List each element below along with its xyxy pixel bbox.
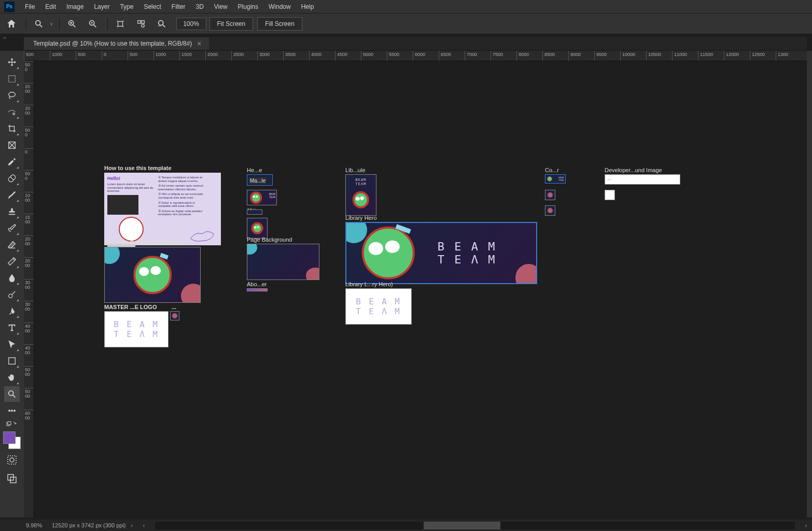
path-select-tool-icon[interactable] [4,337,20,352]
menu-select[interactable]: Select [138,0,166,13]
svg-line-12 [117,26,118,27]
artboard-co-2[interactable] [545,190,555,200]
artboard-label-co[interactable]: Co...r [545,167,559,173]
horizontal-scrollbar[interactable] [155,522,794,529]
menu-filter[interactable]: Filter [166,0,191,13]
artboard-lib-logo[interactable]: B E A M T E Λ M [345,288,412,325]
scroll-left-icon[interactable]: ‹ [138,523,150,528]
artboard-library-hero[interactable]: B E A M T E Λ M [345,222,537,284]
menu-type[interactable]: Type [115,0,138,13]
horizontal-ruler[interactable]: 5001000500050010001500200025003000350040… [24,51,807,61]
artboard-v[interactable] [247,209,262,215]
menu-help[interactable]: Help [296,0,319,13]
move-tool-icon[interactable] [4,54,20,70]
screen-mode-icon[interactable] [4,471,20,486]
selection-tool-icon[interactable] [4,104,20,120]
menu-file[interactable]: File [20,0,40,13]
artboard-co-1[interactable]: BEAMTEΛM [545,174,566,184]
brush-tool-icon[interactable] [4,187,20,203]
history-brush-tool-icon[interactable] [4,220,20,236]
right-panel-collapsed[interactable] [807,51,812,518]
blur-tool-icon[interactable] [4,270,20,286]
artboard-label-page-bg[interactable]: Page Background [247,236,292,243]
menu-view[interactable]: View [209,0,233,13]
status-chevron-icon[interactable]: › [126,523,138,528]
zoom-all-icon[interactable] [132,15,150,33]
scrollbar-thumb[interactable] [424,522,500,529]
fill-screen-button[interactable]: Fill Screen [257,17,302,31]
color-swatches[interactable] [3,431,21,449]
menu-bar: Ps File Edit Image Layer Type Select Fil… [0,0,812,13]
artboard-dev-2[interactable] [605,190,615,200]
artboard-co-3[interactable] [545,205,555,216]
panel-collapse-icon[interactable]: ›› [3,35,6,40]
artboard-small-capsule[interactable]: BEAMTEΛM [247,190,277,205]
home-icon[interactable] [2,15,21,33]
type-tool-icon[interactable] [4,320,20,336]
artboard-label-about[interactable]: Abo...er [247,281,267,287]
menu-layer[interactable]: Layer [89,0,115,13]
svg-rect-19 [9,76,16,82]
menu-edit[interactable]: Edit [40,0,61,13]
artboard-label-lib-hero[interactable]: Library Hero [345,215,377,221]
artboard-dev-bg[interactable]: ... [605,174,680,185]
artboard-label-dev[interactable]: Developer...und Image [605,167,662,173]
zoom-tool-icon[interactable] [30,15,48,33]
dodge-tool-icon[interactable] [4,287,20,302]
foreground-color-swatch[interactable] [3,431,16,444]
pen-tool-icon[interactable] [4,303,20,319]
artboard-master-icon[interactable] [170,311,179,320]
menu-image[interactable]: Image [61,0,89,13]
close-tab-icon[interactable]: × [197,37,201,50]
vertical-ruler[interactable]: 5002000200050005001000150020002000300030… [24,61,34,518]
artboard-label-lib[interactable]: Lib...ule [345,167,366,173]
crop-tool-icon[interactable] [4,121,20,136]
more-tools-icon[interactable]: ••• [4,403,20,418]
menu-3d[interactable]: 3D [190,0,208,13]
artboard-page-bg[interactable] [247,244,319,280]
zoom-value-input[interactable]: 100% [176,18,206,30]
artboard-howto[interactable]: Hello! Lorem ipsum dolor sit amet consec… [104,173,221,245]
gradient-tool-icon[interactable] [4,254,20,269]
artboard-master-logo[interactable]: B E A M T E Λ M [104,311,169,347]
artboard-label-header[interactable]: He...e [247,167,262,173]
shape-tool-icon[interactable] [4,353,20,369]
menu-plugins[interactable]: Plugins [233,0,263,13]
resize-window-icon[interactable] [111,15,130,33]
artboard-label-master-icon[interactable]: ... [172,304,176,310]
document-tab[interactable]: Template.psd @ 10% (How to use this temp… [24,37,209,50]
frame-tool-icon[interactable] [4,137,20,153]
dropdown-chevron-icon[interactable]: v [50,21,53,26]
artboard-label-master-art[interactable]: MASTER GAME ARTBOARD [104,240,181,246]
healing-tool-icon[interactable] [4,171,20,186]
artboard-square[interactable] [247,218,268,239]
stamp-tool-icon[interactable] [4,204,20,219]
status-zoom[interactable]: 9.98% [0,522,41,528]
zoom-in-icon[interactable] [63,15,81,33]
artboard-label-main[interactable]: Ma...le [249,178,267,184]
zoom-tool-icon[interactable] [4,386,20,402]
artboard-lib-capsule[interactable]: BEAMTEΛM [345,174,376,216]
fit-screen-button[interactable]: Fit Screen [209,17,254,31]
menu-window[interactable]: Window [263,0,296,13]
canvas[interactable]: How to use this template Hello! Lorem ip… [34,61,807,518]
eraser-tool-icon[interactable] [4,237,20,253]
artboard-master-game[interactable] [104,247,201,303]
quick-mask-icon[interactable] [4,452,20,468]
lasso-tool-icon[interactable] [4,88,20,103]
artboard-label-master-logo[interactable]: MASTER ...E LOGO [104,304,157,310]
zoom-out-icon[interactable] [83,15,102,33]
scroll-right-icon[interactable]: › [800,523,812,528]
document-tab-title: Template.psd @ 10% (How to use this temp… [33,37,192,50]
artboard-label-lib-logo[interactable]: Library L...ry Hero) [345,281,393,287]
status-doc-info[interactable]: 12520 px x 3742 px (300 ppi) [41,522,126,528]
scrubby-zoom-icon[interactable] [152,15,171,33]
artboard-about[interactable] [247,288,268,291]
swap-colors-icon[interactable] [4,420,20,428]
artboard-label-howto[interactable]: How to use this template [104,165,172,171]
tools-panel: ••• [0,51,24,518]
svg-point-20 [9,92,16,97]
hand-tool-icon[interactable] [4,370,20,385]
eyedropper-tool-icon[interactable] [4,154,20,170]
marquee-tool-icon[interactable] [4,71,20,87]
